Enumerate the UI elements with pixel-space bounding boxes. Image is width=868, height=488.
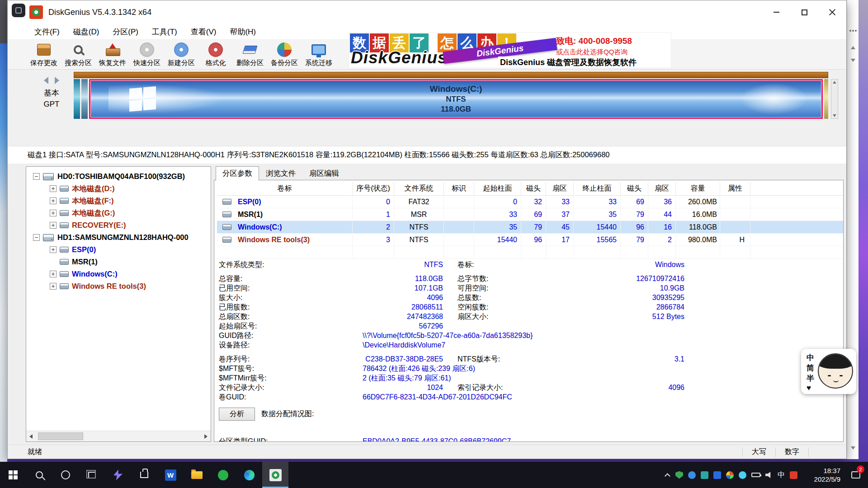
analyze-button[interactable]: 分析 [219,408,255,421]
start-button[interactable] [0,462,26,488]
maximize-button[interactable] [790,0,818,24]
expand-icon[interactable] [50,197,57,204]
tree-item-hd1[interactable]: HD1:SAMSUNGMZNLN128HAHQ-000 [26,231,211,244]
tray-teal-app-icon[interactable] [701,471,708,479]
scroll-down-icon[interactable] [851,446,855,450]
expand-icon[interactable] [50,222,57,229]
format-button[interactable]: 格式化 [198,40,233,69]
ime-mode-halfwidth[interactable]: 半 [807,373,814,384]
scrollbar-thumb[interactable] [38,432,83,440]
tab-sector-editor[interactable]: 扇区编辑 [302,166,346,180]
tree-item-local-disk-d[interactable]: 本地磁盘(D:) [26,183,211,195]
disk-map-scrollbar[interactable] [831,79,838,119]
tray-shield-icon[interactable] [675,471,683,479]
menu-partition[interactable]: 分区(P) [106,24,145,39]
col-capacity[interactable]: 容量 [676,182,720,195]
expand-icon[interactable] [50,283,57,290]
taskbar-app-green[interactable] [210,462,236,488]
expand-icon[interactable] [50,185,57,192]
tree-item-hd0[interactable]: HD0:TOSHIBAMQ04ABF100(932GB) [26,170,211,183]
tree-item-windows-re-tools[interactable]: Windows RE tools(3) [26,280,211,292]
action-center-button[interactable]: 2 [845,462,866,488]
tray-snowflake-icon[interactable] [739,471,746,479]
close-button[interactable] [818,0,846,24]
tree-item-local-disk-g[interactable]: 本地磁盘(G:) [26,207,211,219]
tree-horizontal-scrollbar[interactable] [26,431,211,441]
partition-block-re-tools[interactable] [824,79,828,119]
taskbar-clock[interactable]: 18:37 2022/5/9 [802,466,840,483]
table-row-windows-re-tools[interactable]: Windows RE tools(3) 3 NTFS 15440 96 17 1… [217,234,843,246]
col-start-cylinder[interactable]: 起始柱面 [474,182,521,195]
tree-item-windows-c[interactable]: Windows(C:) [26,268,211,280]
taskbar-app-store[interactable] [131,462,157,488]
volume-icon[interactable] [765,472,773,478]
new-partition-button[interactable]: 新建分区 [164,40,198,69]
ime-mode-chinese[interactable]: 中 [807,352,814,363]
heart-icon[interactable]: ♥ [807,384,814,393]
tab-browse-files[interactable]: 浏览文件 [259,166,302,180]
taskbar-app-edge[interactable] [236,462,262,488]
next-disk-icon[interactable] [55,77,59,84]
ime-language-indicator[interactable]: 中 [778,470,785,480]
task-view-button[interactable] [79,462,105,488]
promo-banner[interactable]: 数 据 丢 了 怎 么 办 ！ DiskGenius DiskGenius 致电… [349,32,671,68]
col-end-cylinder[interactable]: 终止柱面 [574,182,621,195]
tray-red-app-icon[interactable] [790,471,797,479]
expand-icon[interactable] [50,246,57,253]
tree-item-recovery-e[interactable]: RECOVERY(E:) [26,219,211,231]
taskbar-app-lightning[interactable] [105,462,131,488]
scroll-up-icon[interactable] [851,46,855,49]
expand-icon[interactable] [50,271,57,277]
delete-partition-button[interactable]: 删除分区 [233,40,267,69]
scroll-right-icon[interactable] [204,434,208,439]
taskbar-app-diskgenius-active[interactable] [262,462,288,488]
col-attribute[interactable]: 属性 [720,182,750,195]
scroll-down-icon[interactable] [833,114,836,117]
recover-files-button[interactable]: 恢复文件 [95,40,130,69]
col-volume[interactable]: 卷标 [217,182,353,195]
table-row-msr[interactable]: MSR(1) 1 MSR 33 69 37 35 79 44 16.0MB [217,208,843,221]
tray-blue-app-icon[interactable] [713,471,721,479]
col-end-head[interactable]: 磁头 [621,182,648,195]
ime-status-panel[interactable]: 中 简 半 ♥ [801,349,856,394]
tray-blue-dot-icon[interactable] [688,471,696,479]
partition-block-windows-c[interactable]: Windows(C:) NTFS 118.0GB [89,79,823,119]
prev-disk-icon[interactable] [44,77,48,84]
menu-file[interactable]: 文件(F) [28,24,66,39]
cortana-button[interactable] [52,462,79,488]
banner-qq-link[interactable]: 或点击此处选择QQ咨询 [556,48,667,56]
tree-item-esp[interactable]: ESP(0) [26,244,211,256]
tray-expand-icon[interactable] [665,473,670,479]
collapse-icon[interactable] [33,173,40,180]
system-migration-button[interactable]: 系统迁移 [302,40,336,69]
col-start-head[interactable]: 磁头 [521,182,546,195]
taskbar-app-file-explorer[interactable] [184,462,210,488]
collapse-icon[interactable] [33,234,40,241]
quick-partition-button[interactable]: 快速分区 [130,40,164,69]
col-seq-status[interactable]: 序号(状态) [353,182,394,195]
scroll-left-icon[interactable] [29,434,33,439]
table-row-windows-c-selected[interactable]: Windows(C:) 2 NTFS 35 79 45 15440 96 16 … [217,221,843,234]
menu-view[interactable]: 查看(V) [184,24,223,39]
search-partition-button[interactable]: 搜索分区 [61,40,95,69]
partition-block-esp[interactable] [74,79,80,119]
battery-icon[interactable] [751,473,760,477]
scroll-down-icon[interactable] [851,59,855,62]
tab-partition-parameters[interactable]: 分区参数 [216,166,259,181]
search-button[interactable] [26,462,52,488]
partition-block-msr[interactable] [81,79,88,119]
col-end-sector[interactable]: 扇区 [648,182,676,195]
tree-item-msr[interactable]: MSR(1) [26,256,211,268]
more-options-icon[interactable] [849,30,851,32]
expand-icon[interactable] [50,210,57,216]
menu-disk[interactable]: 磁盘(D) [66,24,106,39]
scroll-up-icon[interactable] [833,81,836,84]
tree-item-local-disk-f[interactable]: 本地磁盘(F:) [26,195,211,207]
minimize-button[interactable] [762,0,790,24]
tray-pinwheel-icon[interactable] [726,471,734,479]
save-changes-button[interactable]: 保存更改 [27,40,61,69]
col-flag[interactable]: 标识 [444,182,474,195]
ime-mode-simplified[interactable]: 简 [807,363,814,373]
titlebar[interactable]: DiskGenius V5.4.3.1342 x64 [8,0,846,24]
menu-tools[interactable]: 工具(T) [145,24,184,39]
